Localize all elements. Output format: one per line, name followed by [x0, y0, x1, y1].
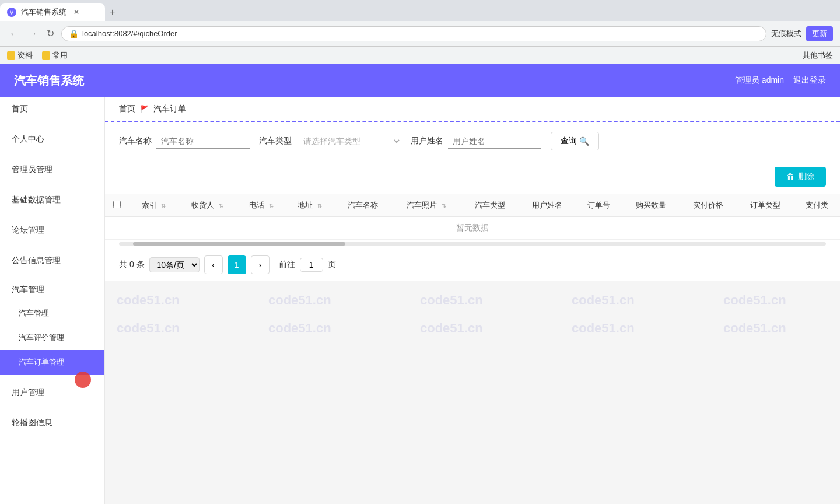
bookmark-folder-resources[interactable]: 资料 [7, 50, 33, 61]
sidebar-item-user-management[interactable]: 用户管理 [0, 380, 104, 405]
table-wrapper: 索引 ⇅ 收货人 ⇅ 电话 ⇅ 地址 ⇅ 汽车名称 汽车照片 ⇅ 汽车类型 用户… [105, 194, 840, 240]
breadcrumb-home: 首页 [119, 104, 135, 114]
folder-icon [7, 51, 15, 60]
incognito-label: 无痕模式 [771, 29, 802, 39]
bottom-watermark-3: code51.cn [420, 293, 483, 308]
sidebar-item-announcement[interactable]: 公告信息管理 [0, 249, 104, 273]
browser-chrome: V 汽车销售系统 ✕ + ← → ↻ 🔒 localhost:8082/#/qi… [0, 0, 840, 64]
tab-title: 汽车销售系统 [21, 7, 66, 18]
col-car-photo: 汽车照片 ⇅ [391, 194, 462, 217]
sidebar: 首页 个人中心 管理员管理 基础数据管理 论坛管理 公告信息管理 汽车管理 汽车… [0, 97, 105, 504]
car-type-select[interactable]: 请选择汽车类型 [296, 134, 401, 149]
col-quantity: 购买数量 [622, 194, 680, 217]
tab-bar: V 汽车销售系统 ✕ + [0, 0, 840, 21]
col-user-name: 用户姓名 [519, 194, 576, 217]
user-name-label: 用户姓名 [411, 136, 443, 146]
delete-button[interactable]: 🗑 删除 [775, 167, 826, 187]
bookmark-label: 常用 [52, 50, 68, 61]
tab-favicon: V [7, 8, 16, 17]
content-area: code51.cn code51.cn code51.cn code51.cn … [105, 123, 840, 351]
delete-icon: 🗑 [786, 172, 794, 181]
page-unit-label: 页 [328, 260, 336, 270]
url-text: localhost:8082/#/qicheOrder [82, 29, 177, 38]
lock-icon: 🔒 [69, 29, 79, 38]
col-phone: 电话 ⇅ [237, 194, 286, 217]
table-header-row: 索引 ⇅ 收货人 ⇅ 电话 ⇅ 地址 ⇅ 汽车名称 汽车照片 ⇅ 汽车类型 用户… [105, 194, 840, 217]
bookmark-folder-common[interactable]: 常用 [42, 50, 68, 61]
table-body: 暂无数据 [105, 217, 840, 240]
bottom-watermark-4: code51.cn [572, 293, 635, 308]
sort-icon[interactable]: ⇅ [161, 202, 166, 209]
search-button-label: 查询 [561, 136, 577, 146]
next-page-button[interactable]: › [251, 256, 270, 274]
breadcrumb: 首页 🚩 汽车订单 [105, 97, 840, 123]
data-table: 索引 ⇅ 收货人 ⇅ 电话 ⇅ 地址 ⇅ 汽车名称 汽车照片 ⇅ 汽车类型 用户… [105, 194, 840, 240]
sidebar-item-car-manage[interactable]: 汽车管理 [0, 301, 104, 326]
horizontal-scrollbar[interactable] [105, 240, 840, 248]
main-content: 首页 🚩 汽车订单 code51.cn code51.cn code51.cn … [105, 97, 840, 504]
sort-icon[interactable]: ⇅ [442, 202, 446, 209]
page-input[interactable] [300, 258, 323, 272]
action-bar: 🗑 删除 [105, 160, 840, 194]
col-actual-price: 实付价格 [680, 194, 737, 217]
sort-icon[interactable]: ⇅ [269, 202, 274, 209]
col-payment: 支付类 [794, 194, 840, 217]
delete-button-label: 删除 [798, 172, 814, 182]
address-bar[interactable]: 🔒 localhost:8082/#/qicheOrder [61, 26, 766, 41]
forward-button[interactable]: → [26, 26, 40, 41]
page-goto: 前往 页 [279, 258, 336, 272]
select-all-checkbox[interactable] [113, 201, 121, 208]
col-order-type: 订单类型 [737, 194, 794, 217]
admin-label: 管理员 admin [735, 75, 784, 86]
no-data-row: 暂无数据 [105, 217, 840, 240]
sort-icon[interactable]: ⇅ [219, 202, 223, 209]
refresh-button[interactable]: ↻ [44, 26, 57, 41]
car-type-filter: 汽车类型 请选择汽车类型 [259, 134, 401, 149]
bottom-watermark-1: code51.cn [117, 293, 180, 308]
per-page-select[interactable]: 10条/页 20条/页 50条/页 [149, 257, 200, 272]
back-button[interactable]: ← [7, 26, 21, 41]
car-type-label: 汽车类型 [259, 136, 292, 146]
sidebar-item-car-review[interactable]: 汽车评价管理 [0, 326, 104, 350]
bookmark-label: 资料 [18, 50, 33, 61]
sidebar-item-basic-data[interactable]: 基础数据管理 [0, 188, 104, 212]
folder-icon [42, 51, 50, 60]
sidebar-item-home[interactable]: 首页 [0, 97, 104, 121]
car-name-label: 汽车名称 [119, 136, 152, 146]
goto-label: 前往 [279, 260, 295, 270]
sidebar-item-forum[interactable]: 论坛管理 [0, 218, 104, 243]
sidebar-item-admin-management[interactable]: 管理员管理 [0, 158, 104, 182]
prev-page-button[interactable]: ‹ [204, 256, 223, 274]
scroll-thumb[interactable] [133, 242, 345, 246]
search-icon: 🔍 [579, 136, 589, 146]
search-button[interactable]: 查询 🔍 [551, 132, 599, 150]
page-1-button[interactable]: 1 [228, 256, 246, 274]
app-header: 汽车销售系统 管理员 admin 退出登录 [0, 64, 840, 97]
active-tab[interactable]: V 汽车销售系统 ✕ [0, 4, 105, 21]
pagination-bar: 共 0 条 10条/页 20条/页 50条/页 ‹ 1 › 前往 页 [105, 248, 840, 281]
col-car-type: 汽车类型 [461, 194, 519, 217]
logout-button[interactable]: 退出登录 [793, 75, 826, 86]
col-checkbox [105, 194, 130, 217]
sidebar-item-car-order[interactable]: 汽车订单管理 [0, 350, 104, 374]
filter-bar: 汽车名称 汽车类型 请选择汽车类型 用户姓名 查询 [105, 123, 840, 160]
table-header: 索引 ⇅ 收货人 ⇅ 电话 ⇅ 地址 ⇅ 汽车名称 汽车照片 ⇅ 汽车类型 用户… [105, 194, 840, 217]
app-title: 汽车销售系统 [14, 73, 84, 89]
tab-close-button[interactable]: ✕ [74, 8, 79, 16]
scroll-track [119, 242, 826, 246]
sidebar-section-car: 汽车管理 [0, 279, 104, 301]
car-name-input[interactable] [156, 134, 250, 149]
new-tab-button[interactable]: + [105, 7, 120, 18]
header-right: 管理员 admin 退出登录 [735, 75, 826, 86]
app-body: 首页 个人中心 管理员管理 基础数据管理 论坛管理 公告信息管理 汽车管理 汽车… [0, 97, 840, 504]
bottom-watermark-2: code51.cn [268, 293, 331, 308]
nav-right-controls: 无痕模式 更新 [771, 26, 833, 41]
update-button[interactable]: 更新 [806, 26, 833, 41]
sidebar-item-profile[interactable]: 个人中心 [0, 127, 104, 152]
sidebar-item-carousel[interactable]: 轮播图信息 [0, 411, 104, 435]
car-name-filter: 汽车名称 [119, 134, 250, 149]
other-bookmarks[interactable]: 其他书签 [803, 50, 833, 61]
sort-icon[interactable]: ⇅ [317, 202, 322, 209]
bookmarks-bar: 资料 常用 其他书签 [0, 47, 840, 64]
user-name-input[interactable] [448, 134, 541, 149]
